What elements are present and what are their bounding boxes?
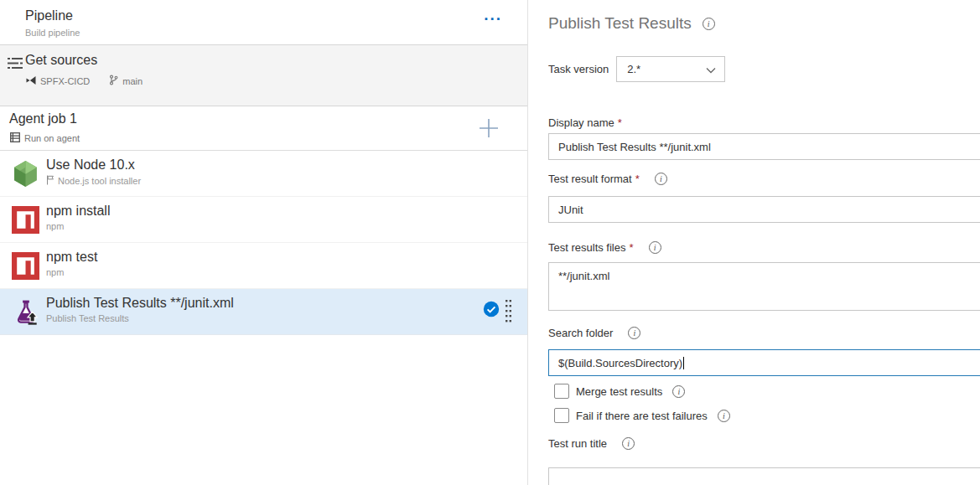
npm-icon <box>12 252 39 280</box>
test-results-files-input[interactable]: **/junit.xml <box>548 262 980 311</box>
task-title: npm test <box>46 250 97 265</box>
chevron-down-icon <box>706 62 716 77</box>
display-name-input[interactable]: Publish Test Results **/junit.xml <box>548 133 980 160</box>
task-row-npm-test[interactable]: npm test npm <box>0 243 527 289</box>
task-subtitle: npm <box>46 267 64 277</box>
pipeline-header: Pipeline Build pipeline ... <box>0 0 527 45</box>
info-icon[interactable] <box>672 385 685 398</box>
branch-name: main <box>122 76 143 86</box>
flag-icon <box>46 175 54 187</box>
fail-on-test-failures-checkbox[interactable] <box>554 408 569 423</box>
azure-repos-icon <box>26 75 36 87</box>
pipeline-task-list-panel: Pipeline Build pipeline ... Get sources … <box>0 0 528 485</box>
search-folder-input[interactable]: $(Build.SourcesDirectory) <box>548 349 980 376</box>
tasks-list-icon <box>8 57 23 73</box>
info-icon[interactable] <box>703 18 715 30</box>
pipeline-more-menu-icon[interactable]: ... <box>484 7 502 23</box>
task-title: Use Node 10.x <box>46 157 141 173</box>
task-row-npm-install[interactable]: npm install npm <box>0 197 527 243</box>
info-icon[interactable] <box>718 410 730 422</box>
get-sources-section[interactable]: Get sources SPFX-CICD <box>0 45 527 106</box>
search-folder-label: Search folder <box>548 327 613 339</box>
task-subtitle: npm <box>46 221 64 231</box>
info-icon[interactable] <box>655 173 667 185</box>
task-enabled-check-icon[interactable] <box>483 301 500 321</box>
git-branch-icon <box>109 75 118 87</box>
drag-handle-icon[interactable] <box>505 299 512 328</box>
add-task-button[interactable] <box>477 116 500 140</box>
pipeline-subtitle: Build pipeline <box>25 28 80 38</box>
panel-title: Publish Test Results <box>548 14 692 33</box>
task-subtitle: Publish Test Results <box>46 313 129 323</box>
task-row-publish-test-results[interactable]: Publish Test Results **/junit.xml Publis… <box>0 289 527 335</box>
test-result-format-label: Test result format* <box>548 173 640 185</box>
task-version-label: Task version <box>548 63 609 75</box>
text-cursor <box>683 357 684 369</box>
task-subtitle: Node.js tool installer <box>58 176 141 186</box>
nodejs-icon <box>12 160 39 188</box>
agent-icon <box>10 132 20 144</box>
npm-icon <box>12 206 39 234</box>
task-title: Publish Test Results **/junit.xml <box>46 296 234 311</box>
info-icon[interactable] <box>622 437 635 450</box>
task-title: npm install <box>46 204 110 219</box>
pipeline-title: Pipeline <box>25 8 73 23</box>
merge-test-results-checkbox[interactable] <box>554 384 569 399</box>
task-version-dropdown[interactable]: 2.* <box>616 56 725 82</box>
test-results-files-label: Test results files* <box>548 241 634 254</box>
fail-on-test-failures-label: Fail if there are test failures <box>576 410 708 422</box>
info-icon[interactable] <box>628 327 640 339</box>
agent-job-header[interactable]: Agent job 1 Run on agent <box>0 106 527 151</box>
display-name-label: Display name* <box>548 116 622 129</box>
task-settings-panel: Publish Test Results Task version 2.* Di… <box>529 0 980 485</box>
get-sources-title: Get sources <box>25 53 97 68</box>
publish-test-results-icon <box>12 298 39 326</box>
merge-test-results-label: Merge test results <box>576 385 662 398</box>
test-result-format-input[interactable]: JUnit <box>548 196 980 223</box>
plus-icon <box>477 116 500 140</box>
repo-name: SPFX-CICD <box>40 76 90 86</box>
test-run-title-label: Test run title <box>548 437 607 450</box>
task-version-value: 2.* <box>627 63 706 75</box>
agent-job-subtitle: Run on agent <box>24 133 80 143</box>
test-run-title-input[interactable] <box>548 467 980 485</box>
info-icon[interactable] <box>649 241 661 254</box>
agent-job-title: Agent job 1 <box>9 111 77 126</box>
task-row-use-node[interactable]: Use Node 10.x Node.js tool installer <box>0 151 527 197</box>
